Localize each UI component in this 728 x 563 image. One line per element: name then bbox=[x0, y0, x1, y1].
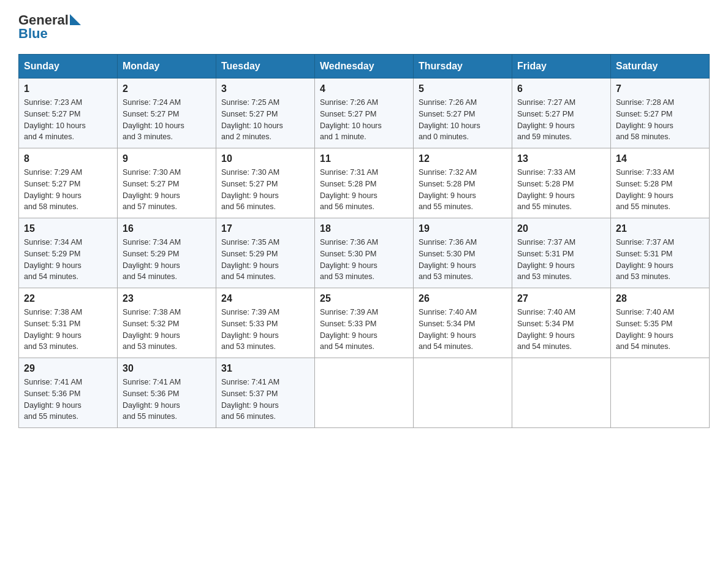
logo-blue-text: Blue bbox=[18, 26, 48, 42]
day-info: Sunrise: 7:41 AMSunset: 5:37 PMDaylight:… bbox=[221, 377, 309, 423]
calendar-cell: 29 Sunrise: 7:41 AMSunset: 5:36 PMDaylig… bbox=[19, 358, 118, 428]
day-info: Sunrise: 7:29 AMSunset: 5:27 PMDaylight:… bbox=[24, 167, 112, 213]
calendar-cell: 30 Sunrise: 7:41 AMSunset: 5:36 PMDaylig… bbox=[118, 358, 216, 428]
calendar-cell: 2 Sunrise: 7:24 AMSunset: 5:27 PMDayligh… bbox=[118, 79, 216, 148]
calendar-cell: 3 Sunrise: 7:25 AMSunset: 5:27 PMDayligh… bbox=[216, 79, 315, 148]
day-number: 17 bbox=[221, 223, 309, 234]
calendar-cell: 28 Sunrise: 7:40 AMSunset: 5:35 PMDaylig… bbox=[611, 288, 710, 358]
day-info: Sunrise: 7:33 AMSunset: 5:28 PMDaylight:… bbox=[616, 167, 704, 213]
calendar-cell: 21 Sunrise: 7:37 AMSunset: 5:31 PMDaylig… bbox=[611, 218, 710, 288]
calendar-header-row: SundayMondayTuesdayWednesdayThursdayFrid… bbox=[19, 55, 710, 79]
calendar-cell: 9 Sunrise: 7:30 AMSunset: 5:27 PMDayligh… bbox=[118, 148, 216, 218]
header-monday: Monday bbox=[118, 55, 216, 79]
calendar-cell: 18 Sunrise: 7:36 AMSunset: 5:30 PMDaylig… bbox=[315, 218, 414, 288]
day-number: 25 bbox=[320, 293, 408, 304]
calendar-cell: 10 Sunrise: 7:30 AMSunset: 5:27 PMDaylig… bbox=[216, 148, 315, 218]
day-number: 26 bbox=[419, 293, 507, 304]
day-number: 19 bbox=[419, 223, 507, 234]
calendar-week-row: 15 Sunrise: 7:34 AMSunset: 5:29 PMDaylig… bbox=[19, 218, 710, 288]
calendar-cell: 14 Sunrise: 7:33 AMSunset: 5:28 PMDaylig… bbox=[611, 148, 710, 218]
day-number: 2 bbox=[123, 83, 211, 94]
day-number: 1 bbox=[24, 83, 112, 94]
calendar-cell: 12 Sunrise: 7:32 AMSunset: 5:28 PMDaylig… bbox=[414, 148, 512, 218]
calendar-cell: 1 Sunrise: 7:23 AMSunset: 5:27 PMDayligh… bbox=[19, 79, 118, 148]
calendar-cell: 19 Sunrise: 7:36 AMSunset: 5:30 PMDaylig… bbox=[414, 218, 512, 288]
day-info: Sunrise: 7:40 AMSunset: 5:34 PMDaylight:… bbox=[517, 307, 605, 353]
calendar-cell: 5 Sunrise: 7:26 AMSunset: 5:27 PMDayligh… bbox=[414, 79, 512, 148]
calendar-cell: 11 Sunrise: 7:31 AMSunset: 5:28 PMDaylig… bbox=[315, 148, 414, 218]
calendar-cell: 8 Sunrise: 7:29 AMSunset: 5:27 PMDayligh… bbox=[19, 148, 118, 218]
logo: General Blue bbox=[18, 12, 81, 42]
day-info: Sunrise: 7:35 AMSunset: 5:29 PMDaylight:… bbox=[221, 237, 309, 283]
calendar-cell: 20 Sunrise: 7:37 AMSunset: 5:31 PMDaylig… bbox=[512, 218, 611, 288]
day-number: 13 bbox=[517, 153, 605, 164]
day-info: Sunrise: 7:24 AMSunset: 5:27 PMDaylight:… bbox=[123, 97, 211, 143]
day-info: Sunrise: 7:25 AMSunset: 5:27 PMDaylight:… bbox=[221, 97, 309, 143]
day-info: Sunrise: 7:40 AMSunset: 5:34 PMDaylight:… bbox=[419, 307, 507, 353]
day-info: Sunrise: 7:32 AMSunset: 5:28 PMDaylight:… bbox=[419, 167, 507, 213]
day-info: Sunrise: 7:36 AMSunset: 5:30 PMDaylight:… bbox=[419, 237, 507, 283]
day-number: 27 bbox=[517, 293, 605, 304]
header-friday: Friday bbox=[512, 55, 611, 79]
day-info: Sunrise: 7:23 AMSunset: 5:27 PMDaylight:… bbox=[24, 97, 112, 143]
calendar-week-row: 22 Sunrise: 7:38 AMSunset: 5:31 PMDaylig… bbox=[19, 288, 710, 358]
svg-marker-0 bbox=[70, 14, 81, 25]
day-number: 20 bbox=[517, 223, 605, 234]
day-number: 9 bbox=[123, 153, 211, 164]
day-number: 10 bbox=[221, 153, 309, 164]
day-info: Sunrise: 7:31 AMSunset: 5:28 PMDaylight:… bbox=[320, 167, 408, 213]
calendar-cell bbox=[414, 358, 512, 428]
day-info: Sunrise: 7:37 AMSunset: 5:31 PMDaylight:… bbox=[517, 237, 605, 283]
calendar-cell: 4 Sunrise: 7:26 AMSunset: 5:27 PMDayligh… bbox=[315, 79, 414, 148]
calendar-cell: 17 Sunrise: 7:35 AMSunset: 5:29 PMDaylig… bbox=[216, 218, 315, 288]
day-number: 5 bbox=[419, 83, 507, 94]
calendar-cell: 13 Sunrise: 7:33 AMSunset: 5:28 PMDaylig… bbox=[512, 148, 611, 218]
day-number: 31 bbox=[221, 363, 309, 374]
day-info: Sunrise: 7:30 AMSunset: 5:27 PMDaylight:… bbox=[221, 167, 309, 213]
day-number: 30 bbox=[123, 363, 211, 374]
day-info: Sunrise: 7:38 AMSunset: 5:31 PMDaylight:… bbox=[24, 307, 112, 353]
page-header: General Blue bbox=[18, 12, 710, 42]
day-info: Sunrise: 7:33 AMSunset: 5:28 PMDaylight:… bbox=[517, 167, 605, 213]
day-number: 4 bbox=[320, 83, 408, 94]
calendar-cell bbox=[512, 358, 611, 428]
header-wednesday: Wednesday bbox=[315, 55, 414, 79]
day-number: 6 bbox=[517, 83, 605, 94]
day-number: 18 bbox=[320, 223, 408, 234]
calendar-cell: 25 Sunrise: 7:39 AMSunset: 5:33 PMDaylig… bbox=[315, 288, 414, 358]
calendar-cell: 23 Sunrise: 7:38 AMSunset: 5:32 PMDaylig… bbox=[118, 288, 216, 358]
day-info: Sunrise: 7:37 AMSunset: 5:31 PMDaylight:… bbox=[616, 237, 704, 283]
calendar-cell: 15 Sunrise: 7:34 AMSunset: 5:29 PMDaylig… bbox=[19, 218, 118, 288]
day-info: Sunrise: 7:40 AMSunset: 5:35 PMDaylight:… bbox=[616, 307, 704, 353]
day-info: Sunrise: 7:34 AMSunset: 5:29 PMDaylight:… bbox=[24, 237, 112, 283]
day-info: Sunrise: 7:30 AMSunset: 5:27 PMDaylight:… bbox=[123, 167, 211, 213]
day-info: Sunrise: 7:27 AMSunset: 5:27 PMDaylight:… bbox=[517, 97, 605, 143]
calendar-cell bbox=[315, 358, 414, 428]
day-info: Sunrise: 7:28 AMSunset: 5:27 PMDaylight:… bbox=[616, 97, 704, 143]
calendar-cell: 7 Sunrise: 7:28 AMSunset: 5:27 PMDayligh… bbox=[611, 79, 710, 148]
calendar-cell: 22 Sunrise: 7:38 AMSunset: 5:31 PMDaylig… bbox=[19, 288, 118, 358]
day-number: 11 bbox=[320, 153, 408, 164]
day-info: Sunrise: 7:41 AMSunset: 5:36 PMDaylight:… bbox=[24, 377, 112, 423]
day-number: 21 bbox=[616, 223, 704, 234]
day-number: 7 bbox=[616, 83, 704, 94]
day-number: 16 bbox=[123, 223, 211, 234]
day-number: 24 bbox=[221, 293, 309, 304]
day-number: 8 bbox=[24, 153, 112, 164]
day-number: 12 bbox=[419, 153, 507, 164]
day-info: Sunrise: 7:26 AMSunset: 5:27 PMDaylight:… bbox=[320, 97, 408, 143]
calendar-cell: 6 Sunrise: 7:27 AMSunset: 5:27 PMDayligh… bbox=[512, 79, 611, 148]
day-number: 14 bbox=[616, 153, 704, 164]
day-info: Sunrise: 7:38 AMSunset: 5:32 PMDaylight:… bbox=[123, 307, 211, 353]
day-number: 29 bbox=[24, 363, 112, 374]
day-info: Sunrise: 7:39 AMSunset: 5:33 PMDaylight:… bbox=[320, 307, 408, 353]
day-info: Sunrise: 7:26 AMSunset: 5:27 PMDaylight:… bbox=[419, 97, 507, 143]
calendar-cell: 16 Sunrise: 7:34 AMSunset: 5:29 PMDaylig… bbox=[118, 218, 216, 288]
calendar-cell: 24 Sunrise: 7:39 AMSunset: 5:33 PMDaylig… bbox=[216, 288, 315, 358]
day-info: Sunrise: 7:41 AMSunset: 5:36 PMDaylight:… bbox=[123, 377, 211, 423]
calendar-cell: 27 Sunrise: 7:40 AMSunset: 5:34 PMDaylig… bbox=[512, 288, 611, 358]
calendar-cell: 26 Sunrise: 7:40 AMSunset: 5:34 PMDaylig… bbox=[414, 288, 512, 358]
header-saturday: Saturday bbox=[611, 55, 710, 79]
calendar-week-row: 8 Sunrise: 7:29 AMSunset: 5:27 PMDayligh… bbox=[19, 148, 710, 218]
header-tuesday: Tuesday bbox=[216, 55, 315, 79]
